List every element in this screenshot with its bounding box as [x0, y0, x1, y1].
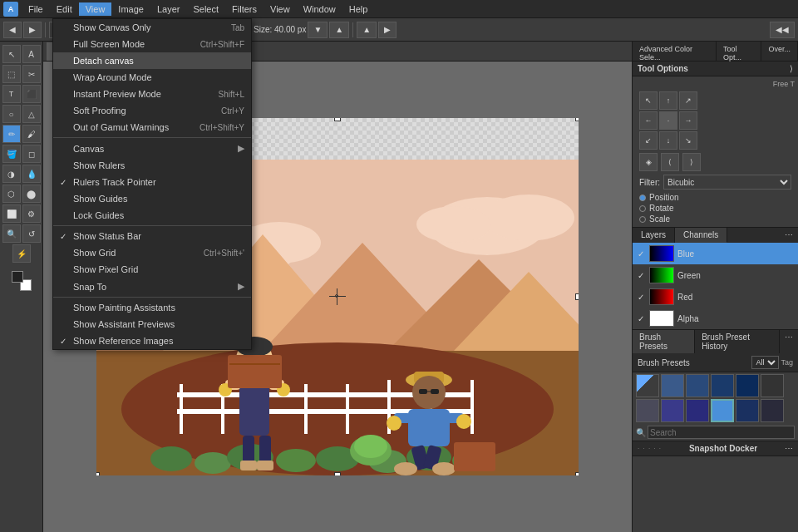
- menu-lock-guides[interactable]: Lock Guides: [53, 207, 251, 224]
- instant-preview-shortcut: Shift+L: [202, 90, 244, 99]
- menu-sep2: [53, 225, 251, 226]
- menu-show-canvas-only[interactable]: Show Canvas Only Tab: [53, 19, 251, 36]
- show-guides-label: Show Guides: [73, 194, 127, 204]
- reference-images-check: ✓: [60, 337, 66, 346]
- full-screen-shortcut: Ctrl+Shift+F: [184, 40, 244, 49]
- menu-show-rulers[interactable]: Show Rulers: [53, 157, 251, 174]
- reference-images-label: Show Reference Images: [73, 336, 173, 346]
- menu-full-screen[interactable]: Full Screen Mode Ctrl+Shift+F: [53, 36, 251, 52]
- show-rulers-label: Show Rulers: [73, 160, 125, 170]
- rulers-track-label: Rulers Track Pointer: [73, 177, 156, 187]
- view-menu: Show Canvas Only Tab Full Screen Mode Ct…: [52, 18, 252, 350]
- canvas-arrow: ▶: [238, 143, 244, 154]
- show-pixel-grid-label: Show Pixel Grid: [73, 264, 138, 274]
- menu-show-grid[interactable]: Show Grid Ctrl+Shift+': [53, 244, 251, 261]
- show-status-check: ✓: [60, 232, 66, 241]
- menu-canvas[interactable]: Canvas ▶: [53, 140, 251, 157]
- show-grid-shortcut: Ctrl+Shift+': [187, 249, 244, 258]
- show-grid-label: Show Grid: [73, 248, 116, 258]
- canvas-label: Canvas: [73, 144, 104, 154]
- menu-rulers-track[interactable]: ✓ Rulers Track Pointer: [53, 174, 251, 190]
- out-of-gamut-shortcut: Ctrl+Shift+Y: [183, 123, 244, 132]
- menu-out-of-gamut[interactable]: Out of Gamut Warnings Ctrl+Shift+Y: [53, 119, 251, 135]
- menu-show-guides[interactable]: Show Guides: [53, 190, 251, 207]
- menu-soft-proofing[interactable]: Soft Proofing Ctrl+Y: [53, 102, 251, 119]
- assistant-previews-label: Show Assistant Previews: [73, 319, 175, 329]
- show-canvas-label: Show Canvas Only: [73, 22, 151, 32]
- show-canvas-shortcut: Tab: [214, 23, 244, 32]
- menu-reference-images[interactable]: ✓ Show Reference Images: [53, 332, 251, 349]
- painting-assistants-label: Show Painting Assistants: [73, 303, 175, 313]
- menu-show-pixel-grid[interactable]: Show Pixel Grid: [53, 261, 251, 278]
- show-status-label: Show Status Bar: [73, 231, 141, 241]
- menu-snap-to[interactable]: Snap To ▶: [53, 278, 251, 295]
- rulers-track-check: ✓: [60, 178, 66, 187]
- menu-assistant-previews[interactable]: Show Assistant Previews: [53, 316, 251, 332]
- lock-guides-label: Lock Guides: [73, 210, 124, 220]
- wrap-around-label: Wrap Around Mode: [73, 72, 152, 82]
- out-of-gamut-label: Out of Gamut Warnings: [73, 122, 169, 132]
- menu-wrap-around[interactable]: Wrap Around Mode: [53, 69, 251, 86]
- detach-canvas-label: Detach canvas: [73, 56, 134, 66]
- menu-show-status-bar[interactable]: ✓ Show Status Bar: [53, 228, 251, 244]
- full-screen-label: Full Screen Mode: [73, 39, 145, 49]
- menu-detach-canvas[interactable]: Detach canvas: [53, 52, 251, 69]
- snap-to-label: Snap To: [73, 282, 106, 292]
- soft-proofing-label: Soft Proofing: [73, 106, 126, 116]
- menu-instant-preview[interactable]: Instant Preview Mode Shift+L: [53, 86, 251, 102]
- menu-sep3: [53, 297, 251, 298]
- soft-proofing-shortcut: Ctrl+Y: [204, 106, 244, 116]
- instant-preview-label: Instant Preview Mode: [73, 89, 161, 99]
- menu-sep1: [53, 137, 251, 138]
- snap-to-arrow: ▶: [238, 281, 244, 292]
- menu-painting-assistants[interactable]: Show Painting Assistants: [53, 299, 251, 316]
- dropdown-overlay: Show Canvas Only Tab Full Screen Mode Ct…: [0, 0, 798, 532]
